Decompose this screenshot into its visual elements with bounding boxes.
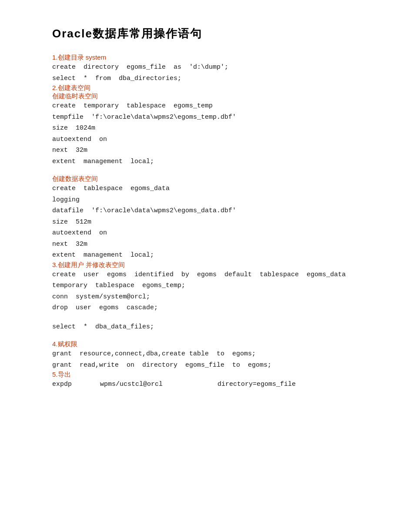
code-line: select * dba_data_files; bbox=[52, 321, 376, 333]
code-line: create tablespace egoms_data bbox=[52, 183, 376, 194]
section-2-label: 2.创建表空间 bbox=[52, 84, 90, 91]
expdp-dir: directory=egoms_file bbox=[217, 379, 296, 390]
code-line: grant read,write on directory egoms_file… bbox=[52, 360, 376, 371]
section-3-code: create user egoms identified by egoms de… bbox=[52, 269, 376, 314]
code-line: next 32m bbox=[52, 145, 376, 156]
expdp-user: wpms/ucstcl@orcl bbox=[100, 379, 217, 390]
code-line: size 1024m bbox=[52, 123, 376, 134]
section-1: 1.创建目录 system create directory egoms_fil… bbox=[52, 54, 376, 84]
code-line: temporary tablespace egoms_temp; bbox=[52, 280, 376, 291]
code-line: create user egoms identified by egoms de… bbox=[52, 269, 376, 281]
code-line: next 32m bbox=[52, 239, 376, 250]
code-line: datafile 'f:\oracle\data\wpms2\egoms_dat… bbox=[52, 205, 376, 217]
section-2-sub-heading: 创建临时表空间 bbox=[52, 92, 376, 100]
code-line: grant resource,connect,dba,create table … bbox=[52, 348, 376, 360]
section-4-label: 4.赋权限 bbox=[52, 340, 77, 348]
section-2-sub-label: 创建临时表空间 bbox=[52, 92, 98, 100]
section-4-code: grant resource,connect,dba,create table … bbox=[52, 348, 376, 371]
section-4-heading: 4.赋权限 bbox=[52, 340, 376, 348]
section-2b-code: create tablespace egoms_data logging dat… bbox=[52, 183, 376, 261]
code-line: extent management local; bbox=[52, 156, 376, 167]
expdp-line: expdp wpms/ucstcl@orcl directory=egoms_f… bbox=[52, 379, 376, 390]
section-3-label: 3.创建用户 并修改表空间 bbox=[52, 261, 125, 268]
code-line: select * from dba_directories; bbox=[52, 73, 376, 84]
section-2-heading: 2.创建表空间 bbox=[52, 84, 376, 92]
code-line: drop user egoms cascade; bbox=[52, 302, 376, 314]
select-dba-line: select * dba_data_files; bbox=[52, 321, 376, 333]
code-line: autoextend on bbox=[52, 228, 376, 239]
code-line: create temporary tablespace egoms_temp bbox=[52, 100, 376, 112]
code-line: conn system/system@orcl; bbox=[52, 291, 376, 303]
section-2b-heading: 创建数据表空间 bbox=[52, 175, 376, 183]
section-5-heading: 5.导出 bbox=[52, 371, 376, 379]
page-title: Oracle数据库常用操作语句 bbox=[52, 26, 376, 41]
section-5-label: 5.导出 bbox=[52, 371, 71, 378]
code-line: autoextend on bbox=[52, 134, 376, 145]
code-line: extent management local; bbox=[52, 250, 376, 261]
section-2b-label: 创建数据表空间 bbox=[52, 175, 98, 182]
code-line: size 512m bbox=[52, 217, 376, 228]
section-2-code: create temporary tablespace egoms_temp t… bbox=[52, 100, 376, 167]
code-line: create directory egoms_file as 'd:\dump'… bbox=[52, 62, 376, 73]
expdp-cmd: expdp bbox=[52, 379, 100, 390]
code-line: tempfile 'f:\oracle\data\wpms2\egoms_tem… bbox=[52, 112, 376, 123]
section-1-heading: 1.创建目录 system bbox=[52, 54, 376, 62]
code-line: logging bbox=[52, 194, 376, 206]
section-3-heading: 3.创建用户 并修改表空间 bbox=[52, 261, 376, 269]
